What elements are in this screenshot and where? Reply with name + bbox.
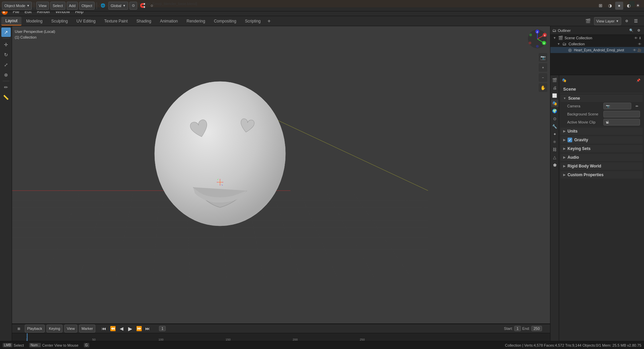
statusbar: LMB Select Num . Center View to Mouse G …: [0, 341, 644, 349]
obj-visibility-icon[interactable]: 👁: [633, 48, 636, 52]
prop-material-icon[interactable]: ⬟: [551, 161, 558, 169]
playback-menu[interactable]: Playback: [25, 325, 45, 333]
viewlayer-btn[interactable]: View Layer ▼: [594, 17, 621, 25]
step-back-btn[interactable]: ⏪: [109, 325, 117, 333]
prop-modifier-icon[interactable]: 🔧: [551, 123, 558, 130]
prop-world-icon[interactable]: 🌍: [551, 107, 558, 115]
audio-label: Audio: [568, 155, 579, 160]
camera-view-btn[interactable]: 📷: [539, 53, 547, 62]
navigation-gizmo[interactable]: X Y Z: [527, 29, 547, 49]
viewport-tools-right: 📷 + − ✋: [539, 53, 547, 92]
obj-render-icon[interactable]: 🎥: [637, 48, 641, 52]
move-tool[interactable]: ✛: [1, 40, 11, 49]
outliner-item-scenecollection[interactable]: ▼ 🎬 Scene Collection 👁 ⬇: [550, 35, 644, 41]
ruler-mark-50: 50: [92, 338, 96, 341]
gizmo-svg: X Y Z: [527, 29, 547, 49]
prop-render-icon[interactable]: 🎬: [551, 77, 558, 84]
movieclip-label: Active Movie Clip: [567, 120, 601, 124]
prop-output-icon[interactable]: 🖨: [551, 84, 558, 92]
start-value[interactable]: 1: [514, 326, 521, 331]
rotate-tool[interactable]: ↻: [1, 50, 11, 59]
prop-particles-icon[interactable]: ✦: [551, 131, 558, 138]
units-header[interactable]: ▶ Units: [560, 128, 643, 135]
outliner-item-emoji[interactable]: ◎ Heart_Eyes_Android_Emoji_pivot 👁 🎥: [550, 47, 644, 53]
rigidbody-label: Rigid Body World: [568, 164, 601, 168]
prop-constraints-icon[interactable]: ⛓: [551, 146, 558, 153]
prop-physics-icon[interactable]: ⚛: [551, 138, 558, 146]
svg-point-44: [536, 45, 539, 48]
scale-tool[interactable]: ⤢: [1, 60, 11, 69]
content-area: ↗ ✛ ↻ ⤢ ⊕ ✏ 📏 Object Mode ▼ View: [0, 26, 644, 341]
scene-section-title: Scene: [560, 85, 643, 93]
tab-modeling[interactable]: Modeling: [22, 17, 47, 26]
prop-data-icon[interactable]: △: [551, 154, 558, 161]
gravity-checkbox[interactable]: ✓: [568, 138, 572, 142]
col-visibility-icon[interactable]: 👁: [638, 42, 641, 46]
keying-label: Keying: [49, 327, 60, 331]
current-frame-field[interactable]: 1: [159, 326, 166, 331]
timeline-area: ⊞ Playback Keying View Marker: [12, 323, 550, 341]
viewport-area: Object Mode ▼ View Select Add Object: [12, 26, 550, 341]
customprops-section: ▶ Custom Properties: [560, 171, 643, 179]
add-workspace-btn[interactable]: +: [265, 17, 273, 25]
play-back-btn[interactable]: ◀: [117, 325, 125, 333]
outliner-filter-btn[interactable]: 🔍: [628, 27, 635, 34]
tab-texturepaint[interactable]: Texture Paint: [100, 17, 132, 26]
selectable-icon[interactable]: ⬇: [639, 36, 641, 40]
customprops-header[interactable]: ▶ Custom Properties: [560, 171, 643, 179]
step-fwd-btn[interactable]: ⏩: [135, 325, 143, 333]
transform-tool[interactable]: ⊕: [1, 70, 11, 80]
tab-uvediting[interactable]: UV Editing: [72, 17, 100, 26]
prop-scene-icon[interactable]: 🎭: [551, 100, 558, 107]
scene-icon: 🎬: [584, 17, 592, 25]
tab-shading[interactable]: Shading: [132, 17, 155, 26]
prop-viewlayer-icon[interactable]: ⬜: [551, 92, 558, 99]
audio-header[interactable]: ▶ Audio: [560, 154, 643, 161]
tab-sculpting[interactable]: Sculpting: [47, 17, 72, 26]
annotate-tool[interactable]: ✏: [1, 83, 11, 92]
properties-panel: 🎬 🖨 ⬜ 🎭 🌍 ⊙ 🔧 ✦ ⚛ ⛓ △ ⬟: [550, 75, 644, 341]
stats-text: Collection | Verts:4,578 Faces:4,572 Tri…: [505, 343, 641, 347]
bgscene-picker[interactable]: [603, 111, 640, 117]
camera-edit-icon[interactable]: ✏: [634, 103, 640, 109]
property-icons: 🎬 🖨 ⬜ 🎭 🌍 ⊙ 🔧 ✦ ⚛ ⛓ △ ⬟: [550, 75, 559, 341]
select-tool[interactable]: ↗: [1, 28, 11, 37]
property-content: 🎭 📌 Scene ▼ Scene Camera: [559, 75, 644, 341]
rigidbody-section: ▶ Rigid Body World: [560, 162, 643, 170]
tab-layout[interactable]: Layout: [1, 17, 21, 26]
prop-object-icon[interactable]: ⊙: [551, 115, 558, 122]
outliner-type-icon: 🗂: [552, 28, 556, 33]
tab-compositing[interactable]: Compositing: [210, 17, 240, 26]
jump-end-btn[interactable]: ⏭: [144, 325, 152, 333]
viewport[interactable]: User Perspective (Local) (1) Collection: [12, 26, 550, 323]
timeline-ruler[interactable]: 1 50 100 150 200 250: [12, 333, 550, 341]
keyingsets-header[interactable]: ▶ Keying Sets: [560, 145, 643, 152]
rigidbody-header[interactable]: ▶ Rigid Body World: [560, 162, 643, 170]
scene-subsection-header[interactable]: ▼ Scene: [560, 95, 643, 102]
keying-menu[interactable]: Keying: [47, 325, 63, 333]
camera-picker[interactable]: 📷: [603, 103, 631, 109]
gravity-section: ▶ ✓ Gravity: [560, 136, 643, 144]
marker-label: Marker: [82, 327, 93, 331]
outliner-settings-btn[interactable]: ⚙: [635, 27, 642, 34]
timeline-expand-icon[interactable]: ⊞: [15, 325, 23, 333]
prop-pin-icon[interactable]: 📌: [635, 77, 641, 83]
tab-rendering[interactable]: Rendering: [182, 17, 209, 26]
movieclip-picker[interactable]: 📽: [603, 119, 640, 126]
marker-menu[interactable]: Marker: [79, 325, 95, 333]
jump-start-btn[interactable]: ⏮: [100, 325, 108, 333]
filter-icon[interactable]: ☰: [632, 17, 640, 25]
measure-tool[interactable]: 📏: [1, 93, 11, 102]
timeline-view-menu[interactable]: View: [64, 325, 77, 333]
zoom-in-btn[interactable]: +: [539, 63, 547, 72]
play-btn[interactable]: ▶: [126, 325, 134, 333]
end-value[interactable]: 250: [531, 326, 542, 331]
pan-btn[interactable]: ✋: [539, 83, 547, 92]
tab-animation[interactable]: Animation: [156, 17, 182, 26]
viewport-info-line2: (1) Collection: [15, 35, 55, 40]
tab-scripting[interactable]: Scripting: [241, 17, 265, 26]
outliner-item-collection[interactable]: ▼ 🗂 Collection 👁: [550, 41, 644, 47]
visibility-icon[interactable]: 👁: [634, 36, 638, 40]
zoom-out-btn[interactable]: −: [539, 73, 547, 82]
gravity-header[interactable]: ▶ ✓ Gravity: [560, 136, 643, 144]
